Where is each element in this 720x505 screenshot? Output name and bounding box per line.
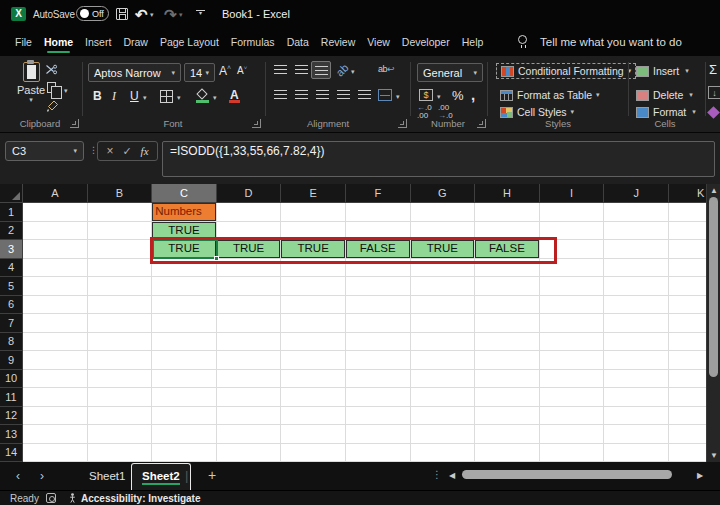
new-sheet-button[interactable]: + xyxy=(208,467,216,483)
cell-E6[interactable] xyxy=(281,296,346,315)
cell-G1[interactable] xyxy=(411,203,476,222)
cell-F14[interactable] xyxy=(346,444,411,463)
row-header-11[interactable]: 11 xyxy=(0,388,23,407)
vertical-scrollbar[interactable]: ▲ ▼ xyxy=(706,184,720,462)
row-header-2[interactable]: 2 xyxy=(0,222,23,241)
cell-H9[interactable] xyxy=(475,351,540,370)
cell-B10[interactable] xyxy=(88,370,153,389)
bold-button[interactable]: B xyxy=(93,89,102,103)
cell-H4[interactable] xyxy=(475,259,540,278)
percent-style-icon[interactable]: % xyxy=(452,88,464,103)
tab-view[interactable]: View xyxy=(361,28,396,56)
enter-icon[interactable]: ✓ xyxy=(122,145,131,158)
delete-cells-button[interactable]: Delete▾ xyxy=(636,89,693,101)
cell-C11[interactable] xyxy=(152,388,217,407)
cell-D14[interactable] xyxy=(217,444,282,463)
redo-icon[interactable]: ↷ xyxy=(164,7,177,22)
cell-F1[interactable] xyxy=(346,203,411,222)
font-color-icon[interactable]: A xyxy=(230,88,239,102)
cell-I10[interactable] xyxy=(540,370,605,389)
cell-F9[interactable] xyxy=(346,351,411,370)
column-header-F[interactable]: F xyxy=(346,184,411,203)
align-center-icon[interactable] xyxy=(295,90,308,100)
cell-H7[interactable] xyxy=(475,314,540,333)
copy-icon[interactable] xyxy=(47,82,56,93)
cell-G6[interactable] xyxy=(411,296,476,315)
cell-A8[interactable] xyxy=(23,333,88,352)
cell-C7[interactable] xyxy=(152,314,217,333)
cell-H13[interactable] xyxy=(475,425,540,444)
cell-G4[interactable] xyxy=(411,259,476,278)
clipboard-dialog-launcher[interactable] xyxy=(70,119,79,128)
cell-H12[interactable] xyxy=(475,407,540,426)
font-size-combo[interactable]: 14▾ xyxy=(184,63,215,82)
cell-C13[interactable] xyxy=(152,425,217,444)
cell-I2[interactable] xyxy=(540,222,605,241)
row-header-12[interactable]: 12 xyxy=(0,407,23,426)
horizontal-scroll-thumb[interactable] xyxy=(462,470,672,479)
column-header-B[interactable]: B xyxy=(88,184,153,203)
cell-H11[interactable] xyxy=(475,388,540,407)
cell-F11[interactable] xyxy=(346,388,411,407)
cell-K5[interactable] xyxy=(669,277,706,296)
cell-G10[interactable] xyxy=(411,370,476,389)
cell-I4[interactable] xyxy=(540,259,605,278)
align-top-icon[interactable] xyxy=(274,65,287,75)
cell-C10[interactable] xyxy=(152,370,217,389)
cell-K8[interactable] xyxy=(669,333,706,352)
cell-E13[interactable] xyxy=(281,425,346,444)
cell-K1[interactable] xyxy=(669,203,706,222)
cell-C3[interactable]: TRUE xyxy=(152,240,217,259)
alignment-dialog-launcher[interactable] xyxy=(398,119,407,128)
cell-K10[interactable] xyxy=(669,370,706,389)
cell-E12[interactable] xyxy=(281,407,346,426)
cell-A5[interactable] xyxy=(23,277,88,296)
excel-logo-icon[interactable]: X xyxy=(11,7,26,21)
cell-K6[interactable] xyxy=(669,296,706,315)
column-header-H[interactable]: H xyxy=(475,184,540,203)
format-painter-icon[interactable] xyxy=(47,100,59,115)
row-header-13[interactable]: 13 xyxy=(0,425,23,444)
increase-font-size-icon[interactable]: A˄ xyxy=(219,64,231,78)
cell-G9[interactable] xyxy=(411,351,476,370)
cell-K7[interactable] xyxy=(669,314,706,333)
row-header-5[interactable]: 5 xyxy=(0,277,23,296)
cell-J12[interactable] xyxy=(604,407,669,426)
column-header-G[interactable]: G xyxy=(411,184,476,203)
cell-G13[interactable] xyxy=(411,425,476,444)
cell-D2[interactable] xyxy=(217,222,282,241)
cell-K13[interactable] xyxy=(669,425,706,444)
decrease-indent-icon[interactable] xyxy=(337,90,350,100)
cell-F6[interactable] xyxy=(346,296,411,315)
row-header-14[interactable]: 14 xyxy=(0,444,23,463)
cell-K4[interactable] xyxy=(669,259,706,278)
cell-B5[interactable] xyxy=(88,277,153,296)
row-header-4[interactable]: 4 xyxy=(0,259,23,278)
cell-J2[interactable] xyxy=(604,222,669,241)
clear-icon[interactable] xyxy=(707,106,720,119)
cell-H8[interactable] xyxy=(475,333,540,352)
cell-H2[interactable] xyxy=(475,222,540,241)
cell-E2[interactable] xyxy=(281,222,346,241)
name-box[interactable]: C3▾ xyxy=(5,141,84,161)
insert-function-icon[interactable]: fx xyxy=(141,145,149,157)
redo-dropdown-icon[interactable]: ▾ xyxy=(179,11,183,18)
cell-F5[interactable] xyxy=(346,277,411,296)
fill-color-icon[interactable] xyxy=(196,89,210,103)
column-header-J[interactable]: J xyxy=(604,184,669,203)
number-dialog-launcher[interactable] xyxy=(477,119,486,128)
cell-G8[interactable] xyxy=(411,333,476,352)
cell-C4[interactable] xyxy=(152,259,217,278)
sheet-tab-sheet1[interactable]: Sheet1 xyxy=(75,462,139,490)
cell-B3[interactable] xyxy=(88,240,153,259)
cell-G12[interactable] xyxy=(411,407,476,426)
cell-K14[interactable] xyxy=(669,444,706,463)
borders-dropdown-icon[interactable]: ▾ xyxy=(177,94,181,102)
cell-I6[interactable] xyxy=(540,296,605,315)
paste-dropdown-icon[interactable]: ▾ xyxy=(14,96,48,104)
fill-color-dropdown-icon[interactable]: ▾ xyxy=(213,94,217,102)
row-header-10[interactable]: 10 xyxy=(0,370,23,389)
column-header-C[interactable]: C xyxy=(152,184,217,203)
copy-dropdown-icon[interactable]: ▾ xyxy=(64,87,68,95)
orientation-icon[interactable]: ab xyxy=(334,61,351,78)
